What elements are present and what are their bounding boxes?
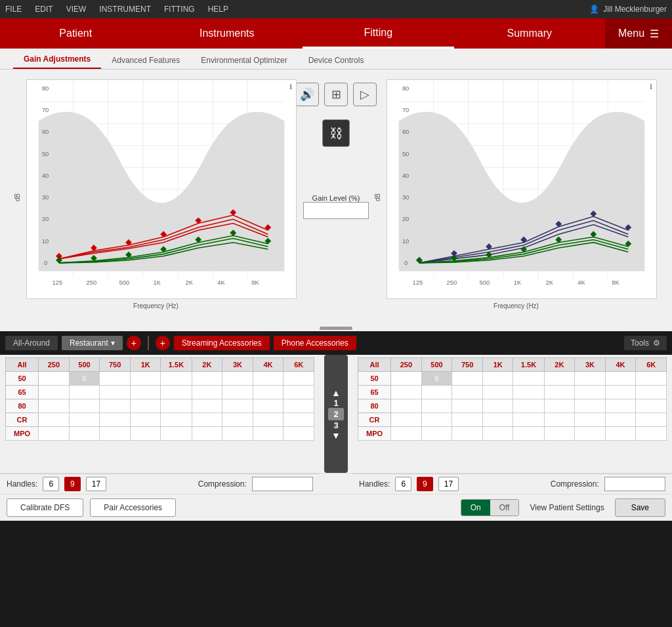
right-mpo-500[interactable]: 102 bbox=[421, 427, 452, 441]
left-65-250[interactable]: 0 bbox=[39, 386, 70, 399]
left-50-3k[interactable]: 21 bbox=[222, 372, 253, 386]
nav-summary[interactable]: Summary bbox=[454, 18, 606, 49]
left-mpo-15k[interactable]: 107 bbox=[161, 427, 192, 441]
left-80-2k[interactable]: 4 bbox=[192, 399, 222, 413]
right-65-250[interactable]: 0 bbox=[391, 386, 422, 399]
right-cr-750[interactable]: 1.5 bbox=[452, 413, 483, 427]
right-cr-500[interactable]: 1.2 bbox=[421, 413, 452, 427]
right-cr-4k[interactable]: 2.2 bbox=[605, 413, 636, 427]
right-80-6k[interactable]: 4 bbox=[636, 399, 667, 413]
nav-menu[interactable]: Menu ☰ bbox=[605, 18, 672, 49]
left-mpo-6k[interactable]: 108 bbox=[284, 427, 314, 441]
program-add-right[interactable]: + bbox=[156, 336, 170, 350]
program-phone[interactable]: Phone Accessories bbox=[274, 336, 356, 350]
left-cr-250[interactable]: 1 bbox=[39, 413, 70, 427]
right-65-500[interactable]: 3 bbox=[421, 386, 452, 399]
nav-fitting[interactable]: Fitting bbox=[303, 18, 454, 49]
right-mpo-6k[interactable]: 108 bbox=[636, 427, 667, 441]
left-80-750[interactable]: 0 bbox=[100, 399, 131, 413]
left-cr-750[interactable]: 1.5 bbox=[100, 413, 131, 427]
right-mpo-2k[interactable]: 112 bbox=[544, 427, 575, 441]
left-cr-15k[interactable]: 1.9 bbox=[161, 413, 192, 427]
right-50-4k[interactable]: 20 bbox=[605, 372, 636, 386]
right-cr-2k[interactable]: 2.3 bbox=[544, 413, 575, 427]
right-cr-3k[interactable]: 2.1 bbox=[575, 413, 606, 427]
left-80-6k[interactable]: 4 bbox=[284, 399, 314, 413]
left-cr-500[interactable]: 1.2 bbox=[69, 413, 100, 427]
left-handle-9[interactable]: 9 bbox=[64, 477, 81, 491]
left-handle-17[interactable]: 17 bbox=[86, 477, 106, 491]
right-80-4k[interactable]: 4 bbox=[605, 399, 636, 413]
left-80-3k[interactable]: 6 bbox=[222, 399, 253, 413]
menu-edit[interactable]: EDIT bbox=[35, 5, 52, 14]
left-mpo-750[interactable]: 103 bbox=[100, 427, 131, 441]
left-65-1k[interactable]: 7 bbox=[130, 386, 161, 399]
tools-button[interactable]: Tools ⚙ bbox=[624, 336, 667, 350]
right-mpo-750[interactable]: 103 bbox=[452, 427, 483, 441]
right-80-500[interactable]: 1 bbox=[421, 399, 452, 413]
right-mpo-15k[interactable]: 107 bbox=[513, 427, 544, 441]
left-compression-select[interactable]: WDRC ▼ bbox=[252, 477, 313, 491]
right-80-15k[interactable]: 1 bbox=[513, 399, 544, 413]
right-65-15k[interactable]: 7 bbox=[513, 386, 544, 399]
right-50-750[interactable]: 10 bbox=[452, 372, 483, 386]
left-mpo-250[interactable]: 97 bbox=[39, 427, 70, 441]
menu-instrument[interactable]: INSTRUMENT bbox=[99, 5, 151, 14]
left-chart-box[interactable]: ℹ bbox=[26, 79, 297, 299]
menu-help[interactable]: HELP bbox=[208, 5, 228, 14]
subtab-environmental[interactable]: Environmental Optimizer bbox=[190, 52, 297, 69]
left-mpo-3k[interactable]: 114 bbox=[222, 427, 253, 441]
right-mpo-250[interactable]: 97 bbox=[391, 427, 422, 441]
left-80-500[interactable]: 1 bbox=[69, 399, 100, 413]
right-80-250[interactable]: 0 bbox=[391, 399, 422, 413]
left-50-1k[interactable]: 12 bbox=[130, 372, 161, 386]
slider-val-3[interactable]: 3 bbox=[333, 420, 338, 430]
calibrate-dfs-button[interactable]: Calibrate DFS bbox=[7, 498, 83, 517]
program-all-around[interactable]: All-Around bbox=[5, 336, 58, 350]
left-80-15k[interactable]: 1 bbox=[161, 399, 192, 413]
left-65-6k[interactable]: 10 bbox=[284, 386, 314, 399]
nav-instruments[interactable]: Instruments bbox=[152, 18, 303, 49]
toggle-off[interactable]: Off bbox=[490, 500, 519, 516]
right-cr-1k[interactable]: 1.6 bbox=[482, 413, 513, 427]
right-cr-6k[interactable]: 1.7 bbox=[636, 413, 667, 427]
left-50-500[interactable]: 6 bbox=[69, 372, 100, 386]
right-80-2k[interactable]: 4 bbox=[544, 399, 575, 413]
gain-select[interactable]: 100% ▼ bbox=[303, 202, 369, 219]
left-65-750[interactable]: 5 bbox=[100, 386, 131, 399]
left-mpo-500[interactable]: 102 bbox=[69, 427, 100, 441]
left-mpo-2k[interactable]: 112 bbox=[192, 427, 222, 441]
right-cr-250[interactable]: 1 bbox=[391, 413, 422, 427]
on-off-toggle[interactable]: On Off bbox=[461, 499, 520, 516]
menu-view[interactable]: VIEW bbox=[66, 5, 87, 14]
menu-file[interactable]: FILE bbox=[5, 5, 22, 14]
subtab-advanced[interactable]: Advanced Features bbox=[101, 52, 190, 69]
vertical-slider[interactable]: ▲ 1 2 3 ▼ bbox=[324, 355, 348, 473]
left-65-500[interactable]: 3 bbox=[69, 386, 100, 399]
slider-val-1[interactable]: 1 bbox=[333, 398, 338, 408]
left-50-15k[interactable]: 15 bbox=[161, 372, 192, 386]
right-mpo-3k[interactable]: 114 bbox=[575, 427, 606, 441]
slider-val-2[interactable]: 2 bbox=[328, 408, 343, 420]
right-mpo-1k[interactable]: 105 bbox=[482, 427, 513, 441]
right-65-1k[interactable]: 7 bbox=[482, 386, 513, 399]
program-restaurant[interactable]: Restaurant ▾ bbox=[62, 336, 123, 350]
subtab-device[interactable]: Device Controls bbox=[298, 52, 375, 69]
right-50-15k[interactable]: 15 bbox=[513, 372, 544, 386]
left-80-4k[interactable]: 4 bbox=[253, 399, 284, 413]
nav-patient[interactable]: Patient bbox=[0, 18, 152, 49]
right-handle-17[interactable]: 17 bbox=[438, 477, 459, 491]
right-50-1k[interactable]: 12 bbox=[482, 372, 513, 386]
right-65-4k[interactable]: 11 bbox=[605, 386, 636, 399]
left-cr-1k[interactable]: 1.6 bbox=[130, 413, 161, 427]
left-65-4k[interactable]: 11 bbox=[253, 386, 284, 399]
resize-handle[interactable] bbox=[320, 327, 352, 330]
left-mpo-1k[interactable]: 105 bbox=[130, 427, 161, 441]
left-cr-2k[interactable]: 2.3 bbox=[192, 413, 222, 427]
subtab-gain[interactable]: Gain Adjustments bbox=[13, 51, 101, 69]
right-handle-9[interactable]: 9 bbox=[417, 477, 433, 491]
right-65-750[interactable]: 5 bbox=[452, 386, 483, 399]
left-65-2k[interactable]: 10 bbox=[192, 386, 222, 399]
left-80-250[interactable]: 0 bbox=[39, 399, 70, 413]
link-icon[interactable]: ⛓ bbox=[322, 119, 350, 147]
